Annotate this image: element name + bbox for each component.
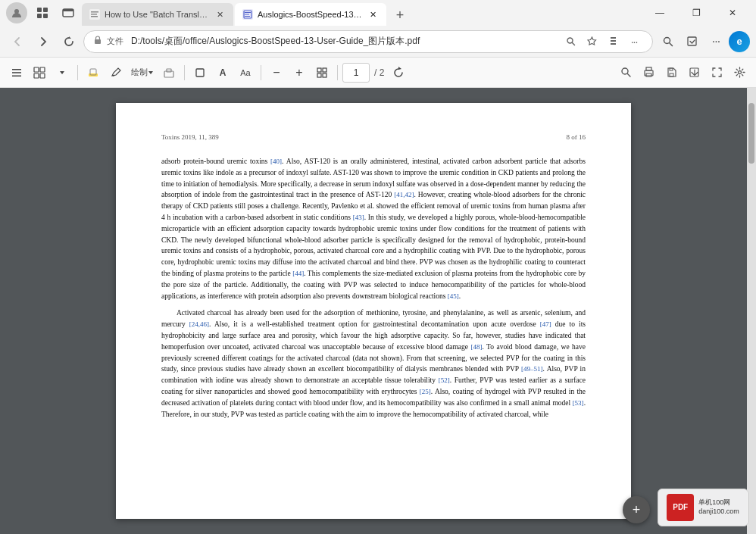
minimize-button[interactable]: — <box>642 0 677 26</box>
svg-rect-14 <box>245 14 249 15</box>
svg-rect-21 <box>12 69 21 70</box>
svg-marker-37 <box>398 67 401 70</box>
pdf-paragraph-1: adsorb protein-bound uremic toxins [40].… <box>161 156 586 301</box>
scrollbar-thumb[interactable] <box>748 103 754 164</box>
pdf-highlight-btn[interactable] <box>83 62 104 83</box>
edge-copilot-icon[interactable]: e <box>729 31 750 52</box>
svg-rect-17 <box>95 39 101 44</box>
float-action-button[interactable]: + <box>623 496 650 523</box>
tab2-favicon <box>242 9 253 20</box>
pdf-draw-label-btn[interactable]: 绘制 <box>128 62 157 83</box>
tabs-container: How to Use "Batch Translator" - V ✕ Ausl… <box>82 0 639 26</box>
more-addr-icon[interactable]: ··· <box>625 33 643 51</box>
watermark-icon-text: PDF <box>673 503 688 512</box>
pdf-fit-btn[interactable] <box>311 62 333 83</box>
svg-rect-31 <box>167 69 171 72</box>
address-right-icons: ··· <box>561 33 643 51</box>
svg-rect-40 <box>646 67 651 70</box>
pdf-dropdown-btn[interactable] <box>52 62 73 83</box>
pdf-print-btn[interactable] <box>638 62 659 83</box>
save-pdf-icon[interactable] <box>680 30 703 53</box>
svg-rect-35 <box>317 73 321 77</box>
pdf-zoom-out-btn[interactable]: − <box>266 62 287 83</box>
svg-rect-3 <box>37 14 42 18</box>
tab1-close[interactable]: ✕ <box>214 8 226 20</box>
tab2-close[interactable]: ✕ <box>367 8 379 20</box>
search-address-icon[interactable] <box>561 33 579 51</box>
svg-rect-9 <box>91 14 97 15</box>
pdf-thumbnail-btn[interactable] <box>29 62 50 83</box>
pdf-fullscreen-btn[interactable] <box>706 62 727 83</box>
pdf-save-btn[interactable] <box>661 62 682 83</box>
svg-rect-8 <box>91 11 98 13</box>
pdf-eraser-btn[interactable] <box>158 62 180 83</box>
svg-point-18 <box>567 38 573 43</box>
svg-rect-27 <box>40 73 45 78</box>
scrollbar[interactable] <box>747 88 756 534</box>
browser-more-icon[interactable]: ··· <box>704 30 727 53</box>
profile-icon[interactable] <box>6 2 27 23</box>
forward-button[interactable] <box>32 30 55 53</box>
pdf-paragraph-2: Activated charcoal has already been used… <box>161 308 586 420</box>
addressbar: 文件 D:/tools/桌面/office/Auslogics-BoostSpe… <box>0 26 756 58</box>
refresh-button[interactable] <box>58 30 80 53</box>
watermark-info: 单机100网 danji100.com <box>698 498 739 516</box>
favorites-icon[interactable] <box>583 33 601 51</box>
tab2-title: Auslogics-BoostSpeed-13-User-G <box>258 10 362 19</box>
search-toolbar-icon[interactable] <box>656 30 679 53</box>
tab-batch-translator[interactable]: How to Use "Batch Translator" - V ✕ <box>82 3 233 26</box>
pdf-header-left: Toxins 2019, 11, 389 <box>161 133 219 141</box>
restore-button[interactable]: ❐ <box>679 0 714 26</box>
pdf-more-btn[interactable] <box>683 62 704 83</box>
lock-icon <box>93 36 102 47</box>
pdf-text-btn[interactable]: A <box>212 62 233 83</box>
svg-rect-34 <box>323 68 326 72</box>
back-button[interactable] <box>6 30 29 53</box>
tab1-title: How to Use "Batch Translator" - V <box>105 10 209 19</box>
svg-marker-16 <box>69 36 71 39</box>
pdf-toolbar: 绘制 A Aa − + / 2 <box>0 58 756 88</box>
svg-rect-33 <box>317 68 321 72</box>
svg-rect-36 <box>323 73 326 77</box>
svg-rect-15 <box>245 16 250 17</box>
pdf-zoom-in-btn[interactable]: + <box>289 62 310 83</box>
watermark-overlay: PDF 单机100网 danji100.com <box>658 489 748 526</box>
svg-rect-4 <box>43 14 48 18</box>
pdf-font-btn[interactable]: Aa <box>235 62 256 83</box>
tab-auslogics[interactable]: Auslogics-BoostSpeed-13-User-G ✕ <box>235 3 386 26</box>
svg-rect-26 <box>34 73 39 78</box>
pdf-shape-btn[interactable] <box>189 62 211 83</box>
svg-rect-41 <box>646 73 651 77</box>
address-text: D:/tools/桌面/office/Auslogics-BoostSpeed-… <box>131 35 557 48</box>
tab1-favicon <box>89 9 100 20</box>
svg-point-38 <box>622 68 628 74</box>
pdf-draw-btn[interactable] <box>105 62 127 83</box>
collections-addr-icon[interactable] <box>604 33 622 51</box>
svg-rect-6 <box>63 9 73 11</box>
address-bar[interactable]: 文件 D:/tools/桌面/office/Auslogics-BoostSpe… <box>83 30 653 53</box>
collections-icon[interactable] <box>32 2 53 23</box>
browser-toolbar-right: ··· e <box>656 30 750 53</box>
file-label: 文件 <box>107 36 123 47</box>
pdf-body: adsorb protein-bound uremic toxins [40].… <box>161 156 586 420</box>
svg-rect-13 <box>245 12 251 13</box>
pdf-page-input[interactable] <box>342 63 370 83</box>
pdf-search-btn[interactable] <box>615 62 636 83</box>
pdf-rotate-btn[interactable] <box>389 62 410 83</box>
pdf-page: Toxins 2019, 11, 389 8 of 16 adsorb prot… <box>116 103 631 519</box>
browser-icon[interactable] <box>58 2 79 23</box>
titlebar-left <box>6 2 79 23</box>
titlebar-controls: — ❐ ✕ <box>642 0 750 26</box>
pdf-scroll-area[interactable]: Toxins 2019, 11, 389 8 of 16 adsorb prot… <box>0 88 747 534</box>
pdf-menu-btn[interactable] <box>6 62 27 83</box>
watermark-url: danji100.com <box>698 507 739 517</box>
new-tab-button[interactable]: + <box>389 5 411 26</box>
divider2 <box>184 65 185 80</box>
svg-rect-2 <box>43 8 48 12</box>
close-button[interactable]: ✕ <box>715 0 750 26</box>
divider4 <box>337 65 338 80</box>
pdf-settings-btn[interactable] <box>729 62 750 83</box>
svg-rect-32 <box>196 69 204 77</box>
pdf-total-pages: / 2 <box>371 67 387 78</box>
watermark-pdf-icon: PDF <box>667 494 694 521</box>
